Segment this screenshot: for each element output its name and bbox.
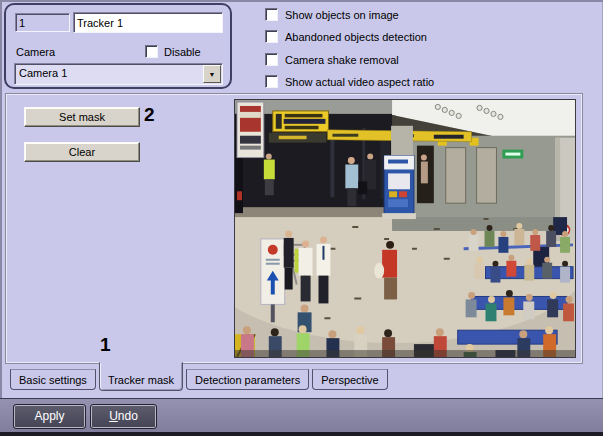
apply-button[interactable]: Apply — [13, 404, 86, 429]
camera-shake-checkbox[interactable] — [265, 53, 278, 66]
show-objects-checkbox[interactable] — [265, 8, 278, 21]
abandoned-objects-label[interactable]: Abandoned objects detection — [285, 31, 427, 43]
clear-button[interactable]: Clear — [24, 142, 140, 162]
disable-label[interactable]: Disable — [164, 46, 201, 58]
aspect-ratio-label[interactable]: Show actual video aspect ratio — [285, 76, 434, 88]
camera-combobox[interactable]: Camera 1 ▼ — [14, 63, 223, 85]
tab-detection-parameters[interactable]: Detection parameters — [186, 369, 309, 390]
apply-label: Apply — [14, 405, 85, 428]
tracker-identity-group: Camera Disable Camera 1 ▼ — [4, 3, 232, 89]
camera-shake-label[interactable]: Camera shake removal — [285, 54, 399, 66]
chevron-down-icon: ▼ — [209, 71, 216, 78]
camera-combobox-value: Camera 1 — [19, 67, 67, 79]
tab-basic-settings[interactable]: Basic settings — [10, 369, 96, 390]
travel-centre-sign — [269, 133, 327, 143]
tab-tracker-mask[interactable]: Tracker mask — [99, 362, 183, 391]
abandoned-objects-checkbox[interactable] — [265, 30, 278, 43]
disable-checkbox[interactable] — [145, 45, 158, 58]
set-mask-button[interactable]: Set mask — [24, 107, 140, 127]
undo-label: Undo — [91, 405, 156, 428]
tracker-id-input[interactable] — [15, 13, 70, 32]
airport-scene — [235, 100, 575, 357]
camera-label: Camera — [16, 46, 55, 58]
step-2-marker: 2 — [144, 104, 155, 126]
tab-bar: Basic settings Tracker mask Detection pa… — [10, 362, 391, 391]
footer-bar: Apply Undo — [0, 398, 603, 436]
wall-poster — [237, 102, 264, 158]
show-objects-label[interactable]: Show objects on image — [285, 9, 399, 21]
video-preview[interactable] — [234, 99, 576, 358]
departures-sign — [273, 111, 329, 132]
tab-perspective[interactable]: Perspective — [312, 369, 387, 390]
combo-dropdown-button[interactable]: ▼ — [203, 65, 221, 83]
undo-button[interactable]: Undo — [90, 404, 157, 429]
aspect-ratio-checkbox[interactable] — [265, 75, 278, 88]
rear-wall-doors — [392, 136, 575, 231]
tracker-name-input[interactable] — [73, 12, 223, 33]
tracker-settings-dialog: Camera Disable Camera 1 ▼ Show objects o… — [0, 0, 603, 436]
step-1-marker: 1 — [100, 334, 111, 356]
